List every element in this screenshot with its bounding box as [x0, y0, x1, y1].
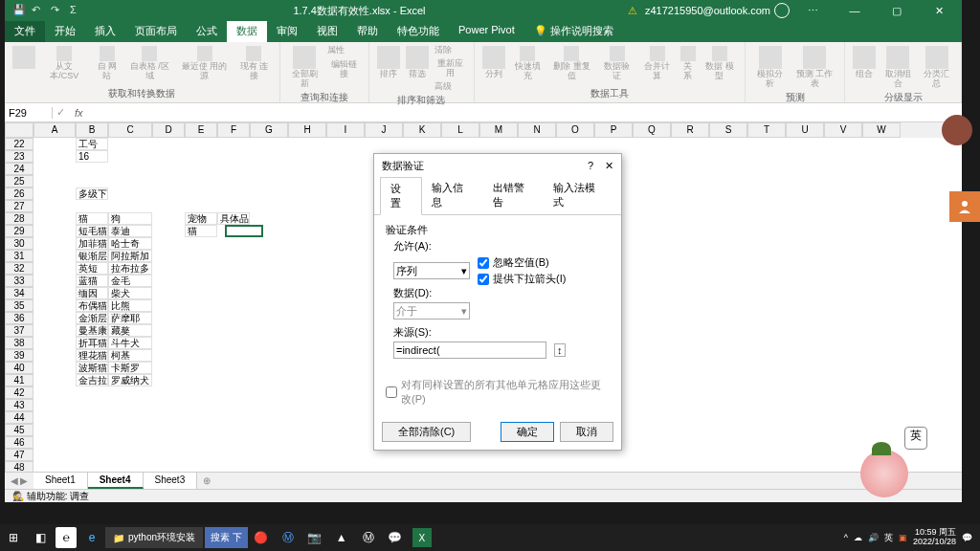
- row-header-41[interactable]: 41: [5, 374, 33, 386]
- col-header-S[interactable]: S: [709, 122, 747, 138]
- btn-from-csv[interactable]: 从文 本/CSV: [39, 44, 90, 83]
- row-header-28[interactable]: 28: [5, 212, 33, 225]
- btn-data-model[interactable]: 数据 模型: [700, 44, 739, 83]
- tab-home[interactable]: 开始: [45, 21, 85, 42]
- btn-filter[interactable]: 筛选: [404, 44, 431, 81]
- tray-ime[interactable]: 英: [884, 532, 893, 544]
- task-view-icon[interactable]: ◧: [27, 524, 54, 551]
- row-header-40[interactable]: 40: [5, 362, 33, 374]
- row-header-44[interactable]: 44: [5, 411, 33, 424]
- account-name[interactable]: z417215950@outlook.com: [645, 5, 770, 16]
- cell-B31[interactable]: 银渐层: [76, 250, 108, 262]
- row-header-43[interactable]: 43: [5, 399, 33, 411]
- dlg-tab-ime[interactable]: 输入法模式: [544, 177, 615, 214]
- row-header-46[interactable]: 46: [5, 436, 33, 449]
- row-header-25[interactable]: 25: [5, 175, 33, 187]
- col-header-H[interactable]: H: [288, 122, 326, 138]
- new-sheet-icon[interactable]: ⊕: [203, 475, 211, 486]
- source-input[interactable]: [393, 342, 546, 359]
- col-header-P[interactable]: P: [594, 122, 633, 138]
- ok-button[interactable]: 确定: [501, 422, 554, 442]
- btn-remove-dup[interactable]: 删除 重复值: [547, 44, 595, 83]
- btn-text-columns[interactable]: 分列: [480, 44, 507, 81]
- cell-C32[interactable]: 拉布拉多: [108, 262, 152, 275]
- col-header-A[interactable]: A: [33, 122, 76, 138]
- row-header-24[interactable]: 24: [5, 163, 33, 175]
- ime-badge[interactable]: 英: [904, 427, 927, 450]
- tray-app-icon[interactable]: ▣: [899, 533, 907, 542]
- ie-icon[interactable]: e: [78, 524, 105, 551]
- row-header-31[interactable]: 31: [5, 250, 33, 262]
- close-icon[interactable]: ✕: [920, 0, 958, 21]
- taskbar-app-5[interactable]: Ⓜ: [355, 524, 382, 551]
- notification-icon[interactable]: 💬: [962, 533, 972, 542]
- tab-formulas[interactable]: 公式: [187, 21, 227, 42]
- col-header-V[interactable]: V: [824, 122, 862, 138]
- tab-view[interactable]: 视图: [307, 21, 347, 42]
- col-header-L[interactable]: L: [441, 122, 479, 138]
- cell-B32[interactable]: 英短: [76, 262, 108, 275]
- cell-B40[interactable]: 波斯猫: [76, 362, 108, 374]
- btn-what-if[interactable]: 模拟分析: [751, 44, 789, 91]
- row-header-29[interactable]: 29: [5, 225, 33, 237]
- row-header-30[interactable]: 30: [5, 237, 33, 250]
- cell-C41[interactable]: 罗威纳犬: [108, 374, 152, 386]
- excel-taskbar-icon[interactable]: X: [412, 528, 432, 547]
- tab-data[interactable]: 数据: [227, 21, 267, 42]
- sheet-tab-4[interactable]: Sheet4: [88, 473, 144, 489]
- row-header-23[interactable]: 23: [5, 150, 33, 163]
- btn-forecast-sheet[interactable]: 预测 工作表: [791, 44, 838, 91]
- sheet-nav-first-icon[interactable]: ◀: [11, 475, 18, 486]
- autosum-icon[interactable]: Σ: [70, 4, 83, 17]
- row-header-22[interactable]: 22: [5, 138, 33, 150]
- cell-B41[interactable]: 金吉拉: [76, 374, 108, 386]
- col-header-O[interactable]: O: [556, 122, 594, 138]
- apply-all-check[interactable]: 对有同样设置的所有其他单元格应用这些更改(P): [386, 378, 610, 407]
- cell-B39[interactable]: 狸花猫: [76, 349, 108, 362]
- col-header-T[interactable]: T: [747, 122, 786, 138]
- col-header-E[interactable]: E: [185, 122, 217, 138]
- cell-B38[interactable]: 折耳猫: [76, 337, 108, 349]
- col-header-F[interactable]: F: [217, 122, 250, 138]
- tab-insert[interactable]: 插入: [85, 21, 125, 42]
- btn-subtotal[interactable]: 分类汇总: [919, 44, 955, 91]
- cell-B34[interactable]: 缅因: [76, 287, 108, 299]
- wechat-icon[interactable]: 💬: [382, 524, 409, 551]
- row-header-33[interactable]: 33: [5, 275, 33, 287]
- btn-reapply[interactable]: 重新应用: [433, 57, 468, 80]
- tab-file[interactable]: 文件: [5, 21, 45, 42]
- tab-review[interactable]: 审阅: [267, 21, 307, 42]
- cell-C39[interactable]: 柯基: [108, 349, 152, 362]
- col-header-C[interactable]: C: [108, 122, 152, 138]
- save-icon[interactable]: 💾: [12, 4, 26, 17]
- cell-B29[interactable]: 短毛猫: [76, 225, 108, 237]
- taskbar-app-3[interactable]: 📷: [301, 524, 328, 551]
- tray-chevron-icon[interactable]: ^: [844, 533, 848, 542]
- dropdown-check[interactable]: 提供下拉箭头(I): [478, 272, 566, 286]
- edge-icon[interactable]: ℮: [56, 527, 77, 548]
- range-picker-icon[interactable]: ↕: [554, 343, 566, 357]
- account-avatar-icon[interactable]: [774, 3, 790, 18]
- cell-E28[interactable]: 宠物: [185, 212, 217, 225]
- cell-C36[interactable]: 萨摩耶: [108, 312, 152, 324]
- minimize-icon[interactable]: —: [835, 0, 874, 21]
- btn-sort[interactable]: 排序: [375, 44, 402, 81]
- fx-cancel-icon[interactable]: ✓: [53, 106, 69, 119]
- tab-layout[interactable]: 页面布局: [125, 21, 187, 42]
- row-header-26[interactable]: 26: [5, 187, 33, 200]
- tray-onedrive-icon[interactable]: ☁: [854, 533, 862, 542]
- select-all-corner[interactable]: [5, 122, 33, 138]
- row-header-35[interactable]: 35: [5, 299, 33, 312]
- btn-refresh-all[interactable]: 全部刷新: [286, 44, 323, 91]
- name-box[interactable]: F29: [5, 107, 53, 119]
- cell-B36[interactable]: 金渐层: [76, 312, 108, 324]
- ime-float[interactable]: 英: [860, 427, 927, 503]
- cell-C31[interactable]: 阿拉斯加: [108, 250, 152, 262]
- cell-B37[interactable]: 曼基康猫: [76, 324, 108, 337]
- col-header-R[interactable]: R: [671, 122, 709, 138]
- row-header-45[interactable]: 45: [5, 424, 33, 436]
- dialog-close-icon[interactable]: ✕: [605, 160, 613, 171]
- cell-C35[interactable]: 比熊: [108, 299, 152, 312]
- redo-icon[interactable]: ↷: [51, 4, 64, 17]
- maximize-icon[interactable]: ▢: [878, 0, 916, 21]
